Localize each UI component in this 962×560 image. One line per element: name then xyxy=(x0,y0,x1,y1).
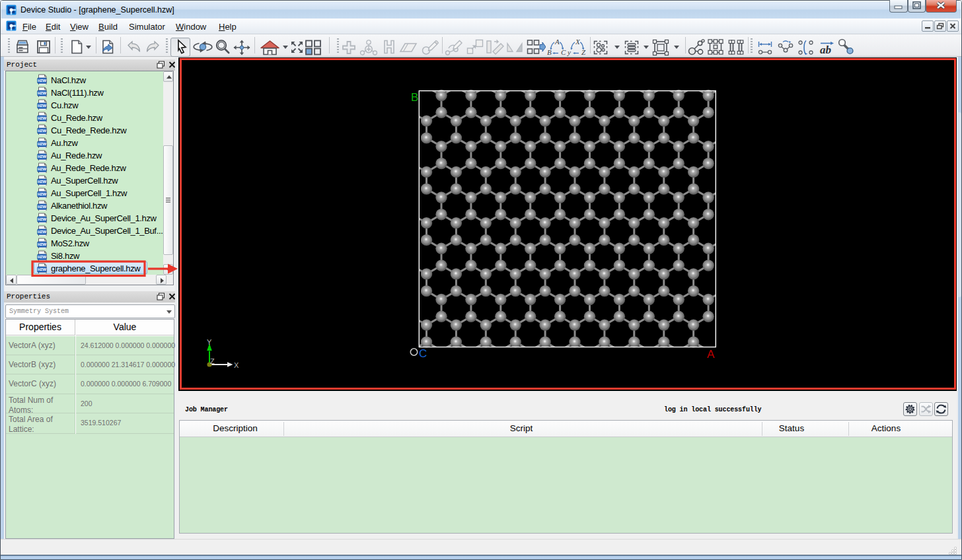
svg-text:HZW: HZW xyxy=(38,267,47,271)
svg-text:HZW: HZW xyxy=(38,217,47,221)
svg-text:HZW: HZW xyxy=(38,142,47,146)
svg-text:y: y xyxy=(567,48,571,56)
svg-text:HZW: HZW xyxy=(38,167,47,171)
svg-text:ab: ab xyxy=(820,44,831,56)
svg-text:Z: Z xyxy=(581,48,586,56)
svg-text:C: C xyxy=(561,48,566,56)
svg-text:HZW: HZW xyxy=(38,129,47,133)
svg-text:HZW: HZW xyxy=(38,205,47,209)
svg-text:HZW: HZW xyxy=(38,155,47,158)
svg-text:HZW: HZW xyxy=(38,180,47,184)
svg-text:X: X xyxy=(575,38,581,46)
svg-text:HZW: HZW xyxy=(38,117,47,121)
svg-text:HZW: HZW xyxy=(38,104,47,108)
svg-text:A: A xyxy=(554,38,560,46)
svg-text:HZW: HZW xyxy=(38,230,47,234)
svg-text:HZW: HZW xyxy=(38,255,47,259)
svg-text:HZW: HZW xyxy=(38,91,47,95)
svg-text:HZW: HZW xyxy=(38,79,47,83)
svg-text:HZW: HZW xyxy=(38,242,47,246)
svg-text:HZW: HZW xyxy=(38,192,47,196)
